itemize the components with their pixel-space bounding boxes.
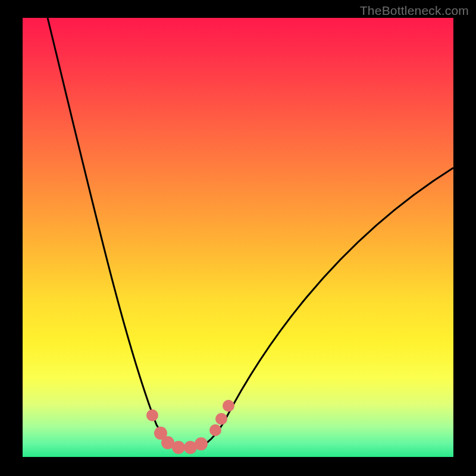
chart-frame: TheBottleneck.com [0, 0, 476, 476]
data-marker [215, 413, 227, 425]
watermark-text: TheBottleneck.com [360, 4, 469, 18]
chart-svg [23, 18, 453, 457]
data-marker [172, 441, 185, 454]
plot-area [23, 18, 453, 457]
data-marker [146, 409, 158, 421]
data-marker [223, 400, 234, 412]
data-marker [209, 424, 221, 436]
data-marker [195, 437, 208, 450]
bottleneck-curve [48, 18, 453, 449]
